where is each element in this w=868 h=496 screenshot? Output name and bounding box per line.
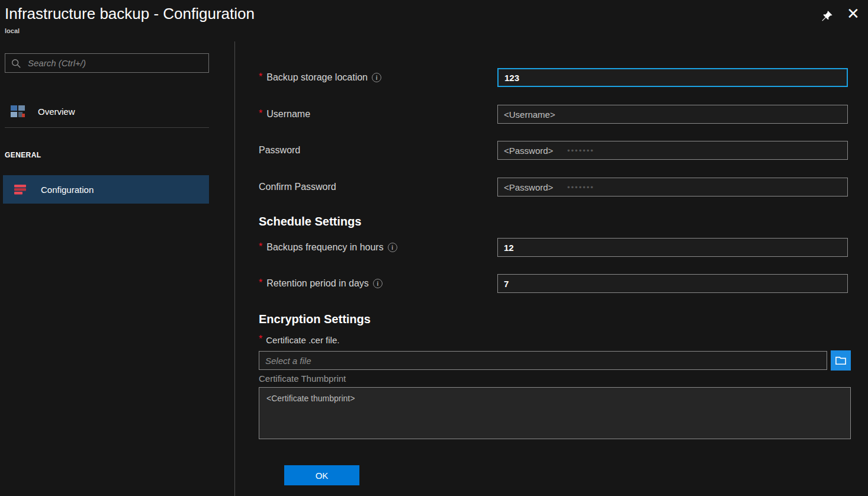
section-heading-schedule-settings: Schedule Settings: [259, 215, 361, 228]
field-row-backups-frequency: * Backups frequency in hours i: [259, 238, 848, 257]
certificate-file-input[interactable]: [259, 351, 827, 370]
field-row-confirm-password: Confirm Password •••••••: [259, 178, 848, 197]
required-asterisk: *: [259, 334, 262, 344]
field-label-text: Username: [266, 109, 310, 120]
configuration-form: * Backup storage location i * Username P…: [236, 41, 868, 496]
field-label-text: Retention period in days: [266, 278, 369, 289]
required-asterisk: *: [259, 278, 262, 288]
search-input[interactable]: [27, 57, 203, 69]
backups-frequency-input[interactable]: [497, 238, 848, 257]
ok-button[interactable]: OK: [284, 465, 359, 485]
certificate-file-label: * Certificate .cer file.: [259, 334, 339, 345]
page-title: Infrastructure backup - Configuration: [5, 5, 255, 23]
field-row-retention-period: * Retention period in days i: [259, 274, 848, 293]
field-row-username: * Username: [259, 105, 848, 124]
pin-button[interactable]: [818, 7, 836, 25]
field-label-text: Backup storage location: [266, 72, 368, 83]
field-label-text: Password: [259, 145, 300, 156]
info-icon[interactable]: i: [388, 243, 397, 252]
password-input[interactable]: [497, 141, 848, 160]
password-input-wrap: •••••••: [497, 141, 848, 160]
info-icon[interactable]: i: [373, 279, 382, 288]
required-asterisk: *: [259, 72, 262, 82]
field-label: * Backup storage location i: [259, 72, 497, 83]
overview-icon: [9, 104, 26, 118]
field-label: Password: [259, 145, 497, 156]
confirm-password-input[interactable]: [497, 178, 848, 197]
backup-storage-location-input[interactable]: [497, 68, 848, 87]
field-label-text: Backups frequency in hours: [266, 242, 383, 253]
required-asterisk: *: [259, 241, 262, 252]
field-label: * Backups frequency in hours i: [259, 242, 497, 253]
infrastructure-backup-blade: { "header": { "title": "Infrastructure b…: [0, 0, 868, 496]
sidebar: Overview GENERAL Configuration: [0, 41, 235, 496]
field-label: * Username: [259, 109, 497, 120]
field-label-text: Confirm Password: [259, 182, 336, 192]
required-asterisk: *: [259, 108, 262, 119]
field-label-text: Certificate .cer file.: [266, 335, 339, 345]
search-box[interactable]: [5, 53, 209, 73]
certificate-thumbprint-textarea[interactable]: [259, 387, 851, 439]
field-label: Confirm Password: [259, 182, 497, 192]
sidebar-section-general: GENERAL: [5, 151, 41, 159]
confirm-password-input-wrap: •••••••: [497, 178, 848, 197]
sidebar-item-label: Overview: [38, 107, 75, 117]
folder-icon: [835, 355, 847, 366]
configuration-icon: [12, 182, 29, 197]
browse-file-button[interactable]: [831, 350, 851, 371]
field-label: * Retention period in days i: [259, 278, 497, 289]
close-icon: ✕: [847, 5, 860, 23]
sidebar-item-label: Configuration: [41, 185, 94, 195]
username-input[interactable]: [497, 105, 848, 124]
info-icon[interactable]: i: [372, 73, 381, 82]
search-icon: [11, 58, 21, 69]
field-row-password: Password •••••••: [259, 141, 848, 160]
certificate-thumbprint-label: Certificate Thumbprint: [259, 373, 346, 384]
section-heading-encryption-settings: Encryption Settings: [259, 313, 371, 326]
certificate-file-row: [259, 350, 851, 371]
page-subtitle: local: [5, 27, 20, 34]
close-button[interactable]: ✕: [843, 4, 863, 24]
sidebar-divider: [5, 127, 209, 128]
sidebar-item-overview[interactable]: Overview: [0, 97, 209, 125]
sidebar-item-configuration[interactable]: Configuration: [3, 175, 209, 204]
field-row-backup-storage-location: * Backup storage location i: [259, 68, 848, 87]
pin-icon: [821, 9, 834, 22]
retention-period-input[interactable]: [497, 274, 848, 293]
